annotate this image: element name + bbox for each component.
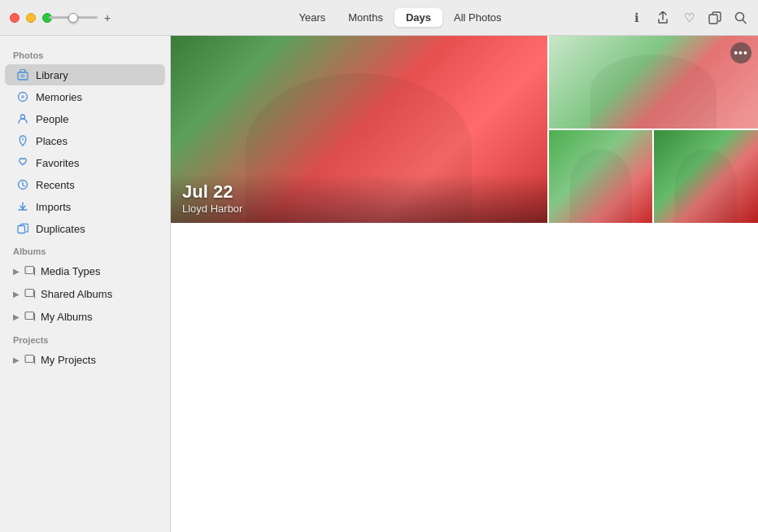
sidebar-item-library[interactable]: Library (5, 64, 165, 85)
tab-all-photos[interactable]: All Photos (442, 8, 513, 27)
svg-rect-9 (18, 226, 25, 233)
sidebar-item-places[interactable]: Places (5, 130, 165, 151)
title-bar: + Years Months Days All Photos ℹ ♡ (0, 0, 758, 36)
favorites-icon (16, 156, 29, 169)
duplicates-icon (16, 222, 29, 235)
library-icon (16, 68, 29, 81)
tab-days[interactable]: Days (394, 8, 442, 27)
sidebar-item-people[interactable]: People (5, 108, 165, 129)
photo-cell-main[interactable]: Jul 22 Lloyd Harbor (171, 36, 547, 223)
sidebar-item-recents[interactable]: Recents (5, 174, 165, 195)
sidebar-item-places-label: Places (36, 135, 68, 147)
sidebar-item-memories-label: Memories (36, 91, 82, 103)
share-icon[interactable] (656, 11, 670, 25)
sidebar: Photos Library Memories (0, 36, 171, 532)
media-types-icon (24, 264, 36, 278)
svg-rect-0 (709, 15, 717, 24)
tab-months[interactable]: Months (337, 8, 394, 27)
svg-point-7 (22, 138, 24, 141)
sidebar-item-favorites[interactable]: Favorites (5, 152, 165, 173)
toolbar-right: ℹ ♡ (629, 11, 748, 25)
section-date: Jul 22 (182, 181, 536, 203)
photo-cell-mr1[interactable] (549, 130, 653, 223)
my-projects-icon (24, 353, 36, 367)
photo-cell-tr1[interactable]: ••• (549, 36, 758, 129)
heart-icon[interactable]: ♡ (682, 11, 696, 25)
section-location: Lloyd Harbor (182, 203, 536, 215)
sidebar-item-duplicates[interactable]: Duplicates (5, 218, 165, 239)
svg-rect-11 (25, 290, 34, 297)
svg-point-5 (21, 95, 24, 98)
info-icon[interactable]: ℹ (629, 11, 644, 25)
search-icon[interactable] (734, 11, 748, 25)
grid-right-row-1: ••• (549, 36, 758, 129)
svg-rect-13 (25, 355, 34, 363)
shared-albums-icon (24, 287, 36, 301)
sidebar-item-favorites-label: Favorites (36, 157, 79, 169)
more-button[interactable]: ••• (730, 42, 751, 63)
zoom-slider[interactable] (49, 16, 98, 19)
chevron-right-icon-2: ▶ (13, 290, 20, 299)
photo-cell-mr2[interactable] (654, 130, 758, 223)
sidebar-item-people-label: People (36, 113, 68, 125)
people-icon (16, 112, 29, 125)
sidebar-item-shared-albums[interactable]: ▶ Shared Albums (5, 283, 165, 305)
sidebar-item-shared-albums-label: Shared Albums (41, 288, 112, 300)
grid-right-col: ••• (549, 36, 758, 223)
minimize-button[interactable] (26, 13, 36, 23)
places-icon (16, 134, 29, 147)
sidebar-item-library-label: Library (36, 69, 68, 81)
zoom-control[interactable]: + (49, 11, 111, 24)
sidebar-item-my-projects-label: My Projects (41, 354, 96, 366)
grid-row-1: Jul 22 Lloyd Harbor ••• (171, 36, 758, 223)
svg-point-6 (21, 115, 25, 119)
sidebar-item-my-projects[interactable]: ▶ My Projects (5, 349, 165, 371)
svg-rect-12 (25, 312, 34, 320)
chevron-right-icon-3: ▶ (13, 312, 20, 321)
duplicate-icon[interactable] (708, 11, 722, 25)
main-content: Photos Library Memories (0, 36, 758, 532)
sidebar-item-media-types[interactable]: ▶ Media Types (5, 260, 165, 282)
sidebar-item-imports-label: Imports (36, 201, 71, 213)
tab-years[interactable]: Years (287, 8, 337, 27)
sidebar-item-memories[interactable]: Memories (5, 86, 165, 107)
grid-row-3 (171, 356, 758, 503)
chevron-right-icon-4: ▶ (13, 355, 20, 364)
sidebar-item-duplicates-label: Duplicates (36, 223, 85, 235)
zoom-thumb[interactable] (68, 13, 78, 23)
sidebar-item-my-albums[interactable]: ▶ My Albums (5, 306, 165, 328)
my-albums-icon (24, 310, 36, 324)
sidebar-section-projects: Projects (0, 329, 170, 348)
photo-grid: Jul 22 Lloyd Harbor ••• (171, 36, 758, 503)
recents-icon (16, 178, 29, 191)
tab-group: Years Months Days All Photos (287, 8, 512, 27)
sidebar-section-albums: Albums (0, 240, 170, 259)
grid-right-row-2 (549, 130, 758, 223)
memories-icon (16, 90, 29, 103)
svg-rect-3 (21, 75, 25, 78)
grid-row-2 (171, 225, 758, 355)
sidebar-section-photos: Photos (0, 44, 170, 63)
close-button[interactable] (10, 13, 20, 23)
sidebar-item-my-albums-label: My Albums (41, 311, 93, 323)
photo-section: Jul 22 Lloyd Harbor ••• (171, 36, 758, 503)
sidebar-item-imports[interactable]: Imports (5, 196, 165, 217)
photo-area[interactable]: Jul 22 Lloyd Harbor ••• (171, 36, 758, 532)
imports-icon (16, 200, 29, 213)
sidebar-item-media-types-label: Media Types (41, 265, 100, 277)
sidebar-item-recents-label: Recents (36, 179, 75, 191)
svg-rect-10 (25, 267, 34, 274)
zoom-plus-icon[interactable]: + (104, 11, 111, 24)
chevron-right-icon: ▶ (13, 267, 20, 276)
window-controls[interactable] (10, 13, 52, 23)
